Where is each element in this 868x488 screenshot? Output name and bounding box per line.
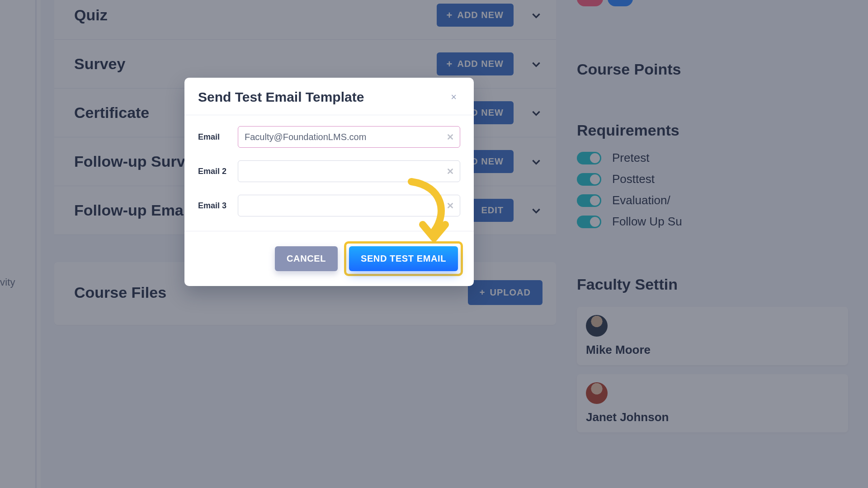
- clear-icon[interactable]: [445, 166, 456, 177]
- modal-title: Send Test Email Template: [198, 89, 364, 105]
- modal-footer: CANCEL SEND TEST EMAIL: [184, 231, 474, 286]
- label-email3: Email 3: [198, 201, 231, 211]
- form-row-email3: Email 3: [198, 195, 460, 216]
- form-row-email: Email: [198, 126, 460, 148]
- modal-body: Email Email 2 Email 3: [184, 115, 474, 231]
- modal-header: Send Test Email Template ×: [184, 78, 474, 115]
- send-test-email-button[interactable]: SEND TEST EMAIL: [349, 246, 458, 271]
- clear-icon[interactable]: [445, 200, 456, 211]
- form-row-email2: Email 2: [198, 160, 460, 182]
- close-icon[interactable]: ×: [447, 89, 460, 105]
- send-test-email-modal: Send Test Email Template × Email Email 2…: [184, 78, 474, 286]
- clear-icon[interactable]: [445, 131, 456, 142]
- email2-field[interactable]: [238, 160, 460, 182]
- label-email: Email: [198, 132, 231, 142]
- email-field[interactable]: [238, 126, 460, 148]
- input-wrap: [238, 160, 460, 182]
- highlight-box: SEND TEST EMAIL: [344, 241, 463, 276]
- label-email2: Email 2: [198, 167, 231, 176]
- input-wrap: [238, 126, 460, 148]
- email3-field[interactable]: [238, 195, 460, 216]
- input-wrap: [238, 195, 460, 216]
- cancel-button[interactable]: CANCEL: [275, 246, 338, 271]
